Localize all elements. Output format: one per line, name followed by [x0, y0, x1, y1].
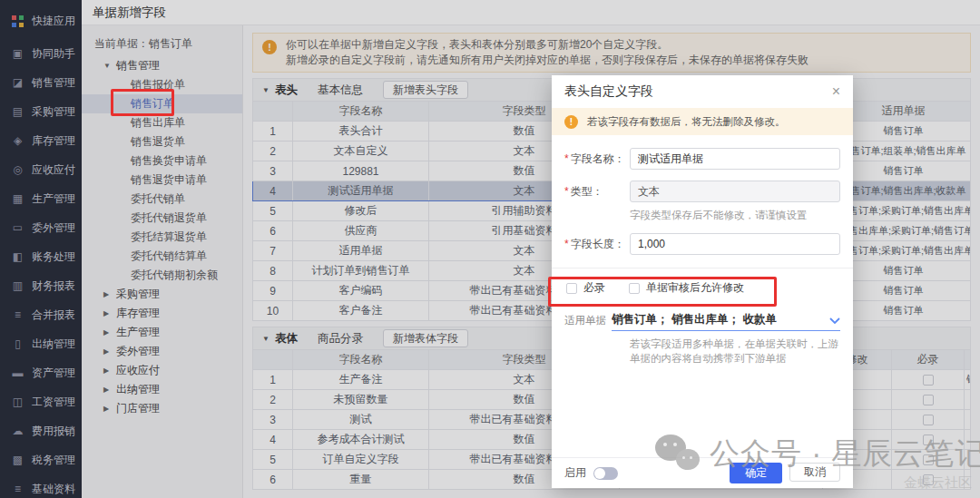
close-icon[interactable]: ×	[832, 84, 840, 99]
enable-label: 启用	[564, 465, 586, 481]
editable-after-audit-checkbox[interactable]	[629, 283, 640, 294]
field-type-label: 类型：	[564, 184, 630, 200]
modal-title: 表头自定义字段	[564, 83, 653, 100]
header-custom-field-modal: 表头自定义字段 × ! 若该字段存有数据后，将无法删除及修改。 字段名称： 类型…	[552, 75, 853, 488]
chevron-down-icon[interactable]	[829, 315, 840, 327]
modal-warning-banner: ! 若该字段存有数据后，将无法删除及修改。	[552, 108, 853, 135]
field-type-helper: 字段类型保存后不能修改，请谨慎设置	[630, 208, 840, 222]
cancel-button[interactable]: 取消	[789, 463, 840, 482]
warning-icon: !	[564, 115, 578, 129]
field-type-input[interactable]	[630, 181, 840, 202]
confirm-button[interactable]: 确定	[730, 463, 782, 483]
field-length-input[interactable]	[630, 233, 840, 255]
field-length-label: 字段长度：	[564, 237, 630, 252]
enable-toggle[interactable]	[593, 467, 618, 480]
required-checkbox[interactable]	[566, 283, 577, 294]
applicable-docs-select[interactable]: 销售订单； 销售出库单； 收款单	[612, 312, 840, 331]
applicable-docs-value: 销售订单； 销售出库单； 收款单	[612, 312, 826, 327]
field-name-input[interactable]	[630, 148, 840, 170]
field-name-label: 字段名称：	[564, 151, 630, 167]
applicable-docs-label: 适用单据	[564, 314, 606, 331]
editable-after-audit-checkbox-item[interactable]: 单据审核后允许修改	[629, 280, 744, 296]
modal-warning-text: 若该字段存有数据后，将无法删除及修改。	[587, 115, 786, 129]
applicable-docs-helper: 若该字段适用多种单据，在单据关联时，上游单据的内容将自动携带到下游单据	[630, 337, 840, 366]
required-checkbox-item[interactable]: 必录	[566, 280, 605, 296]
